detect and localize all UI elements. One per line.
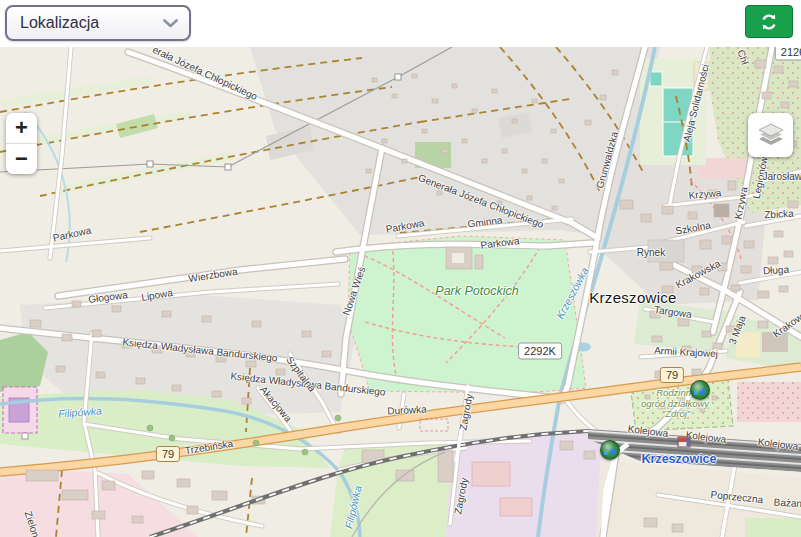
zoom-out-button[interactable]: −: [6, 144, 37, 174]
zoom-control: + −: [6, 113, 37, 174]
map-application: + − erała Józefa ChłopickiegoGenerała Jó…: [0, 0, 801, 537]
map-canvas: [0, 47, 801, 537]
map[interactable]: + −: [0, 47, 801, 537]
toolbar: Lokalizacja: [0, 0, 801, 47]
layers-button[interactable]: [748, 113, 793, 157]
location-select[interactable]: Lokalizacja: [5, 5, 191, 41]
refresh-icon: [759, 12, 779, 32]
location-select-value: Lokalizacja: [20, 14, 99, 32]
zoom-in-button[interactable]: +: [6, 113, 37, 144]
layers-icon: [758, 123, 784, 147]
refresh-button[interactable]: [745, 5, 793, 38]
chevron-down-icon: [163, 19, 178, 28]
